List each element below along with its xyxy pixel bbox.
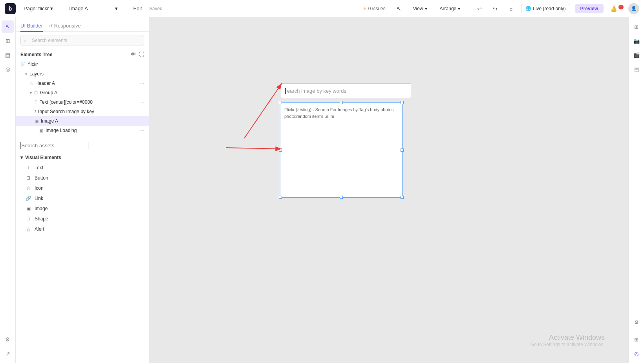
visual-elements-section: ▾ Visual Elements T Text ⊡ Button ☆ Icon… [16,152,149,234]
edit-label: Edit [131,6,144,11]
link-element-icon: 🔗 [25,196,31,201]
tree-expand-icon[interactable]: ⛶ [139,51,144,57]
tree-item-input-search[interactable]: I Input Search Image by key [16,107,149,116]
handle-bottom-right[interactable] [401,196,404,199]
page-selector[interactable]: Page: flickr ▾ [20,4,56,13]
search-button[interactable]: ⌕ [505,3,516,14]
header-a-badge: ~~ [139,81,144,86]
tree-label-image-a: Image A [41,118,58,124]
input-type-icon: I [35,109,36,114]
handle-top-right[interactable] [401,101,404,104]
view-button[interactable]: View ▾ [409,4,431,13]
watermark-title: Activate Windows [531,334,605,342]
visual-item-text[interactable]: T Text [16,163,149,173]
topbar: b Page: flickr ▾ Image A ▾ Edit Saved ⚠ … [0,0,644,17]
notifications-area: 🔔 1 [608,3,624,14]
elements-search-area: ⌕ [16,32,149,49]
right-film-icon[interactable]: 🎬 [630,49,643,61]
left-panel: UI Builder ↺ Responsive ⌕ Elements Tree … [16,17,149,363]
arrange-button[interactable]: Arrange ▾ [436,4,465,13]
canvas-search-element[interactable]: earch image by key words [281,83,411,98]
canvas-background: earch image by key words Flickr (testing… [149,17,628,363]
tree-item-text[interactable]: T Text [center][color=#0000 ~~ [16,97,149,107]
canvas-image-element[interactable]: Flickr (testing) - Search For Images by … [280,102,402,198]
issues-count: 0 issues [368,6,386,11]
right-settings-icon[interactable]: ⚙ [630,316,643,328]
tree-label-layers: Layers [29,71,44,77]
visual-item-image[interactable]: ▣ Image [16,204,149,214]
issues-indicator[interactable]: ⚠ 0 issues [359,4,389,13]
rail-analytics-icon[interactable]: ↗ [2,347,14,360]
handle-middle-left[interactable] [279,148,282,152]
handle-top-left[interactable] [279,101,282,104]
tree-label-flickr: flickr [28,62,38,67]
undo-button[interactable]: ↩ [474,3,485,14]
user-avatar[interactable]: 👤 [628,3,639,14]
tab-responsive[interactable]: ↺ Responsive [49,20,81,32]
cursor-tool-icon[interactable]: ↖ [393,3,404,14]
watermark-subtitle: Go to Settings to activate Windows. [531,342,605,347]
preview-button[interactable]: Preview [575,4,604,13]
tree-item-image-a[interactable]: ▣ Image A [16,116,149,126]
rail-database-icon[interactable]: ▤ [2,49,14,61]
elements-search-icon: ⌕ [24,38,26,43]
handle-middle-right[interactable] [401,148,404,152]
right-layout-icon[interactable]: ▤ [630,63,643,75]
redo-button[interactable]: ↪ [490,3,501,14]
tab-ui-builder[interactable]: UI Builder [20,20,43,32]
assets-search-icon: ⌕ [24,143,26,148]
canvas-search-placeholder: earch image by key words [287,88,346,94]
handle-bottom-middle[interactable] [340,196,343,199]
rail-cursor-icon[interactable]: ↖ [2,20,14,33]
responsive-tab-label: Responsive [54,23,81,29]
visual-item-shape[interactable]: □ Shape [16,214,149,224]
tree-eye-icon[interactable]: 👁 [131,51,136,57]
group-a-chevron-icon: ▾ [30,91,32,95]
elements-search-input[interactable] [20,35,144,46]
visual-item-alert-label: Alert [35,226,44,232]
handle-bottom-left[interactable] [279,196,282,199]
tree-item-image-loading[interactable]: ▣ Image Loading ~~ [16,126,149,135]
tree-item-flickr[interactable]: 📄 flickr [16,60,149,69]
visual-elements-header[interactable]: ▾ Visual Elements [16,152,149,163]
visual-item-text-label: Text [35,165,43,170]
assets-search-wrap: ⌕ [20,142,144,149]
tree-label-header-a: Header A [35,81,55,86]
button-element-icon: ⊡ [25,175,31,181]
right-circle-icon[interactable]: ◎ [630,347,643,360]
arrange-chevron-icon: ▾ [458,6,460,11]
left-rail: ↖ ⊞ ▤ ◎ ⚙ ↗ [0,17,16,363]
canvas-area[interactable]: earch image by key words Flickr (testing… [149,17,628,363]
rail-layers-icon[interactable]: ⊞ [2,35,14,47]
right-grid-icon[interactable]: ⊞ [630,20,643,33]
assets-search-input[interactable] [20,142,88,149]
visual-item-link-label: Link [35,196,43,201]
tree-item-layers[interactable]: ▾ Layers [16,69,149,79]
component-selector[interactable]: Image A ▾ [66,4,121,13]
globe-icon: 🌐 [525,6,531,11]
elements-tree-title: Elements Tree [20,52,52,57]
group-icon: ⊞ [34,90,38,95]
image-a-icon: ▣ [35,119,38,124]
visual-item-button[interactable]: ⊡ Button [16,173,149,183]
layers-chevron-icon: ▾ [25,72,27,76]
right-camera-icon[interactable]: 📷 [630,35,643,47]
notification-bell-icon[interactable]: 🔔 [608,3,619,14]
tree-item-header-a[interactable]: ◇ Header A ~~ [16,79,149,88]
canvas-image-content: Flickr (testing) - Search For Images by … [280,103,402,123]
handle-top-middle[interactable] [340,101,343,104]
svg-line-3 [226,148,282,149]
text-element-icon: T [25,165,31,170]
visual-item-link[interactable]: 🔗 Link [16,193,149,204]
component-label: Image A [69,6,88,11]
visual-item-alert[interactable]: △ Alert [16,224,149,234]
visual-elements-title: Visual Elements [25,155,61,160]
right-modules-icon[interactable]: ⊞ [630,333,643,346]
rail-settings-icon[interactable]: ⚙ [2,333,14,346]
live-button[interactable]: 🌐 Live (read-only) [521,4,570,13]
component-dropdown-icon: ▾ [115,6,118,11]
visual-item-icon[interactable]: ☆ Icon [16,183,149,193]
shape-element-icon: □ [25,216,31,222]
rail-components-icon[interactable]: ◎ [2,63,14,75]
tree-item-group-a[interactable]: ▾ ⊞ Group A [16,88,149,97]
